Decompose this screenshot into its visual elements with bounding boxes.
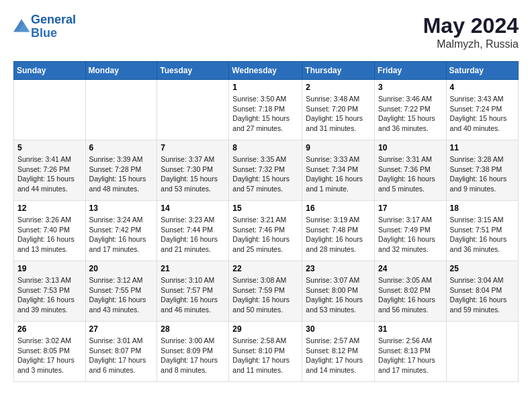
day-number: 16 xyxy=(306,203,371,213)
day-info: Sunrise: 3:13 AM Sunset: 7:53 PM Dayligh… xyxy=(17,275,82,315)
day-info: Sunrise: 3:35 AM Sunset: 7:32 PM Dayligh… xyxy=(232,154,298,194)
day-info: Sunrise: 3:02 AM Sunset: 8:05 PM Dayligh… xyxy=(17,336,82,375)
day-number: 29 xyxy=(232,324,298,334)
weekday-header-thursday: Thursday xyxy=(302,62,375,80)
calendar-cell: 12Sunrise: 3:26 AM Sunset: 7:40 PM Dayli… xyxy=(14,201,86,261)
day-number: 25 xyxy=(450,264,515,273)
day-number: 14 xyxy=(161,203,225,213)
calendar-cell: 28Sunrise: 3:00 AM Sunset: 8:09 PM Dayli… xyxy=(157,322,229,382)
weekday-header-row: SundayMondayTuesdayWednesdayThursdayFrid… xyxy=(14,62,519,80)
weekday-header-friday: Friday xyxy=(375,62,447,80)
calendar-cell: 26Sunrise: 3:02 AM Sunset: 8:05 PM Dayli… xyxy=(14,322,86,382)
day-info: Sunrise: 3:26 AM Sunset: 7:40 PM Dayligh… xyxy=(17,215,82,255)
calendar-cell: 10Sunrise: 3:31 AM Sunset: 7:36 PM Dayli… xyxy=(375,140,447,201)
day-number: 10 xyxy=(378,143,443,152)
calendar-cell: 9Sunrise: 3:33 AM Sunset: 7:34 PM Daylig… xyxy=(302,140,375,201)
day-number: 13 xyxy=(89,203,154,213)
day-info: Sunrise: 3:28 AM Sunset: 7:38 PM Dayligh… xyxy=(450,154,515,194)
day-number: 26 xyxy=(17,324,82,334)
calendar-cell: 21Sunrise: 3:10 AM Sunset: 7:57 PM Dayli… xyxy=(157,261,229,322)
day-number: 11 xyxy=(450,143,515,152)
calendar-cell: 18Sunrise: 3:15 AM Sunset: 7:51 PM Dayli… xyxy=(446,201,518,261)
weekday-header-monday: Monday xyxy=(85,62,157,80)
logo-text: General Blue xyxy=(31,13,76,40)
day-number: 12 xyxy=(17,203,82,213)
day-number: 6 xyxy=(89,143,154,152)
calendar-cell: 14Sunrise: 3:23 AM Sunset: 7:44 PM Dayli… xyxy=(157,201,229,261)
day-number: 30 xyxy=(306,324,371,334)
day-number: 8 xyxy=(232,143,298,152)
day-number: 19 xyxy=(17,264,82,273)
day-number: 28 xyxy=(161,324,225,334)
day-info: Sunrise: 3:33 AM Sunset: 7:34 PM Dayligh… xyxy=(306,154,371,194)
calendar-week-row: 5Sunrise: 3:41 AM Sunset: 7:26 PM Daylig… xyxy=(14,140,519,201)
calendar-cell xyxy=(85,80,157,140)
day-number: 9 xyxy=(306,143,371,152)
day-number: 31 xyxy=(378,324,443,334)
calendar-cell: 4Sunrise: 3:43 AM Sunset: 7:24 PM Daylig… xyxy=(446,80,518,140)
day-number: 4 xyxy=(450,83,515,92)
page-header: General Blue May 2024 Malmyzh, Russia xyxy=(13,13,519,50)
title-block: May 2024 Malmyzh, Russia xyxy=(423,13,519,50)
calendar-cell: 3Sunrise: 3:46 AM Sunset: 7:22 PM Daylig… xyxy=(375,80,447,140)
day-info: Sunrise: 2:57 AM Sunset: 8:12 PM Dayligh… xyxy=(306,336,371,375)
calendar-cell: 8Sunrise: 3:35 AM Sunset: 7:32 PM Daylig… xyxy=(229,140,302,201)
day-info: Sunrise: 3:12 AM Sunset: 7:55 PM Dayligh… xyxy=(89,275,154,315)
day-number: 7 xyxy=(161,143,225,152)
day-info: Sunrise: 3:00 AM Sunset: 8:09 PM Dayligh… xyxy=(161,336,225,375)
calendar-cell: 20Sunrise: 3:12 AM Sunset: 7:55 PM Dayli… xyxy=(85,261,157,322)
weekday-header-wednesday: Wednesday xyxy=(229,62,302,80)
month-year-title: May 2024 xyxy=(423,13,519,38)
day-info: Sunrise: 3:19 AM Sunset: 7:48 PM Dayligh… xyxy=(306,215,371,255)
logo: General Blue xyxy=(13,13,76,40)
day-info: Sunrise: 3:04 AM Sunset: 8:04 PM Dayligh… xyxy=(450,275,515,315)
calendar-cell: 19Sunrise: 3:13 AM Sunset: 7:53 PM Dayli… xyxy=(14,261,86,322)
day-info: Sunrise: 3:17 AM Sunset: 7:49 PM Dayligh… xyxy=(378,215,443,255)
weekday-header-saturday: Saturday xyxy=(446,62,518,80)
day-info: Sunrise: 3:24 AM Sunset: 7:42 PM Dayligh… xyxy=(89,215,154,255)
day-info: Sunrise: 2:56 AM Sunset: 8:13 PM Dayligh… xyxy=(378,336,443,375)
calendar-cell: 22Sunrise: 3:08 AM Sunset: 7:59 PM Dayli… xyxy=(229,261,302,322)
day-info: Sunrise: 3:41 AM Sunset: 7:26 PM Dayligh… xyxy=(17,154,82,194)
day-number: 3 xyxy=(378,83,443,92)
calendar-cell xyxy=(14,80,86,140)
calendar-cell: 11Sunrise: 3:28 AM Sunset: 7:38 PM Dayli… xyxy=(446,140,518,201)
calendar-cell: 16Sunrise: 3:19 AM Sunset: 7:48 PM Dayli… xyxy=(302,201,375,261)
day-info: Sunrise: 3:46 AM Sunset: 7:22 PM Dayligh… xyxy=(378,94,443,134)
calendar-cell xyxy=(157,80,229,140)
day-number: 27 xyxy=(89,324,154,334)
day-info: Sunrise: 3:48 AM Sunset: 7:20 PM Dayligh… xyxy=(306,94,371,134)
weekday-header-sunday: Sunday xyxy=(14,62,86,80)
day-number: 24 xyxy=(378,264,443,273)
day-info: Sunrise: 3:01 AM Sunset: 8:07 PM Dayligh… xyxy=(89,336,154,375)
logo-icon xyxy=(13,19,30,32)
calendar-week-row: 26Sunrise: 3:02 AM Sunset: 8:05 PM Dayli… xyxy=(14,322,519,382)
calendar-cell: 7Sunrise: 3:37 AM Sunset: 7:30 PM Daylig… xyxy=(157,140,229,201)
day-number: 2 xyxy=(306,83,371,92)
day-info: Sunrise: 3:08 AM Sunset: 7:59 PM Dayligh… xyxy=(232,275,298,315)
calendar-week-row: 19Sunrise: 3:13 AM Sunset: 7:53 PM Dayli… xyxy=(14,261,519,322)
day-number: 20 xyxy=(89,264,154,273)
calendar-week-row: 12Sunrise: 3:26 AM Sunset: 7:40 PM Dayli… xyxy=(14,201,519,261)
day-info: Sunrise: 3:50 AM Sunset: 7:18 PM Dayligh… xyxy=(232,94,298,134)
calendar-cell xyxy=(446,322,518,382)
calendar-cell: 24Sunrise: 3:05 AM Sunset: 8:02 PM Dayli… xyxy=(375,261,447,322)
day-info: Sunrise: 3:23 AM Sunset: 7:44 PM Dayligh… xyxy=(161,215,225,255)
day-number: 1 xyxy=(232,83,298,92)
day-number: 23 xyxy=(306,264,371,273)
calendar-cell: 27Sunrise: 3:01 AM Sunset: 8:07 PM Dayli… xyxy=(85,322,157,382)
calendar-cell: 15Sunrise: 3:21 AM Sunset: 7:46 PM Dayli… xyxy=(229,201,302,261)
calendar-cell: 29Sunrise: 2:58 AM Sunset: 8:10 PM Dayli… xyxy=(229,322,302,382)
day-info: Sunrise: 3:43 AM Sunset: 7:24 PM Dayligh… xyxy=(450,94,515,134)
calendar-cell: 23Sunrise: 3:07 AM Sunset: 8:00 PM Dayli… xyxy=(302,261,375,322)
day-number: 17 xyxy=(378,203,443,213)
calendar-cell: 2Sunrise: 3:48 AM Sunset: 7:20 PM Daylig… xyxy=(302,80,375,140)
calendar-cell: 6Sunrise: 3:39 AM Sunset: 7:28 PM Daylig… xyxy=(85,140,157,201)
day-info: Sunrise: 2:58 AM Sunset: 8:10 PM Dayligh… xyxy=(232,336,298,375)
day-info: Sunrise: 3:39 AM Sunset: 7:28 PM Dayligh… xyxy=(89,154,154,194)
day-info: Sunrise: 3:10 AM Sunset: 7:57 PM Dayligh… xyxy=(161,275,225,315)
day-info: Sunrise: 3:21 AM Sunset: 7:46 PM Dayligh… xyxy=(232,215,298,255)
day-number: 15 xyxy=(232,203,298,213)
day-info: Sunrise: 3:05 AM Sunset: 8:02 PM Dayligh… xyxy=(378,275,443,315)
day-info: Sunrise: 3:07 AM Sunset: 8:00 PM Dayligh… xyxy=(306,275,371,315)
